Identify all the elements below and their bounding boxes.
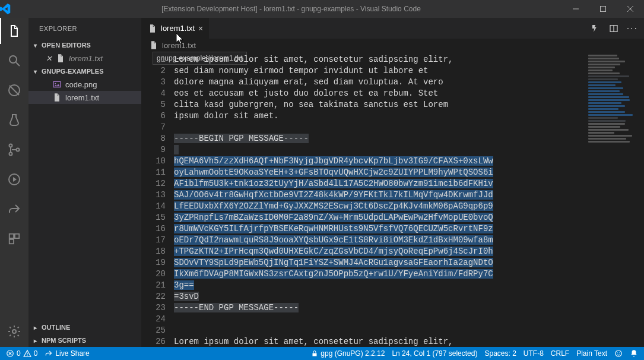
- text-file-icon: [148, 24, 157, 33]
- explorer-icon[interactable]: [0, 21, 28, 40]
- svg-point-10: [17, 149, 20, 151]
- status-bar: 0 0 Live Share gpg (GnuPG) 2.2.12 Ln 24,…: [0, 347, 644, 360]
- editor-area: lorem1.txt × ··· lorem1.txt gnupg-exampl…: [142, 18, 644, 347]
- svg-point-4: [9, 56, 17, 63]
- chevron-down-icon: ▾: [31, 42, 39, 49]
- svg-line-5: [16, 62, 20, 66]
- minimize-button[interactable]: [562, 0, 589, 18]
- svg-line-7: [9, 86, 19, 95]
- svg-rect-14: [15, 234, 19, 238]
- split-editor-icon[interactable]: [609, 24, 618, 33]
- main-area: Explorer ▾ Open Editors ✕ lorem1.txt ▾ g…: [0, 18, 644, 347]
- sidebar-title: Explorer: [28, 18, 141, 39]
- status-indentation[interactable]: Spaces: 2: [484, 349, 516, 358]
- status-cursor-position[interactable]: Ln 24, Col 1 (797 selected): [392, 349, 477, 358]
- tab-lorem1-txt[interactable]: lorem1.txt ×: [142, 18, 210, 39]
- remote-icon[interactable]: [0, 170, 28, 189]
- status-problems[interactable]: 0 0: [6, 349, 37, 358]
- chevron-right-icon: ▸: [31, 337, 39, 344]
- image-file-icon: [52, 80, 62, 89]
- extensions-icon[interactable]: [0, 229, 28, 248]
- svg-rect-15: [9, 239, 14, 244]
- search-icon[interactable]: [0, 51, 28, 70]
- minimap[interactable]: [588, 55, 636, 173]
- close-tab-icon[interactable]: ×: [198, 24, 203, 33]
- svg-point-18: [55, 83, 56, 84]
- status-encoding[interactable]: UTF-8: [524, 349, 544, 358]
- test-icon[interactable]: [0, 110, 28, 130]
- svg-point-27: [616, 350, 622, 357]
- status-live-share[interactable]: Live Share: [45, 349, 89, 358]
- svg-marker-12: [13, 177, 17, 182]
- status-gpg[interactable]: gpg (GnuPG) 2.2.12: [311, 349, 385, 358]
- more-actions-icon[interactable]: ···: [627, 23, 638, 34]
- line-number-gutter: 1234567891011121314151617181920212223242…: [142, 52, 174, 347]
- status-notifications-icon[interactable]: [630, 349, 638, 358]
- svg-point-28: [617, 352, 618, 353]
- file-item-lorem1-txt[interactable]: lorem1.txt: [28, 91, 141, 104]
- status-feedback-icon[interactable]: [614, 349, 623, 358]
- npm-scripts-header[interactable]: ▸ NPM Scripts: [28, 334, 141, 347]
- source-control-icon[interactable]: [0, 140, 28, 159]
- sidebar: Explorer ▾ Open Editors ✕ lorem1.txt ▾ g…: [28, 18, 142, 347]
- debug-icon[interactable]: [0, 81, 28, 100]
- close-button[interactable]: [617, 0, 644, 18]
- svg-point-25: [27, 355, 27, 356]
- svg-rect-26: [313, 353, 317, 356]
- svg-point-29: [619, 352, 620, 353]
- tabs-bar: lorem1.txt × ···: [142, 18, 644, 39]
- chevron-right-icon: ▸: [31, 324, 39, 331]
- text-file-icon: [149, 40, 158, 50]
- settings-gear-icon[interactable]: [0, 322, 28, 341]
- file-item-code-png[interactable]: code.png: [28, 78, 141, 91]
- svg-point-16: [12, 330, 16, 333]
- window-controls: [562, 0, 644, 18]
- close-editor-icon[interactable]: ✕: [45, 54, 52, 63]
- editor-body[interactable]: 1234567891011121314151617181920212223242…: [142, 52, 644, 347]
- text-file-icon: [52, 93, 62, 102]
- open-editors-header[interactable]: ▾ Open Editors: [28, 39, 141, 52]
- chevron-down-icon: ▾: [31, 68, 39, 75]
- code-content[interactable]: Lorem ipsum dolor sit amet, consetetur s…: [174, 52, 644, 347]
- outline-header[interactable]: ▸ Outline: [28, 321, 141, 334]
- file-icon: [56, 53, 65, 63]
- title-bar: [Extension Development Host] - lorem1.tx…: [0, 0, 644, 18]
- svg-rect-13: [9, 234, 14, 238]
- live-share-icon[interactable]: [0, 200, 28, 219]
- status-language[interactable]: Plain Text: [576, 349, 607, 358]
- maximize-button[interactable]: [589, 0, 617, 18]
- activity-bar: [0, 18, 28, 347]
- status-eol[interactable]: CRLF: [551, 349, 569, 358]
- open-editor-item[interactable]: ✕ lorem1.txt: [28, 52, 141, 65]
- svg-rect-1: [601, 7, 606, 12]
- breadcrumb[interactable]: lorem1.txt gnupg-examples\lorem1.txt: [142, 39, 644, 52]
- svg-point-9: [9, 153, 12, 156]
- svg-point-8: [9, 144, 12, 147]
- workspace-header[interactable]: ▾ gnupg-examples: [28, 65, 141, 78]
- vscode-icon: [0, 4, 20, 14]
- window-title: [Extension Development Host] - lorem1.tx…: [20, 5, 562, 13]
- compare-icon[interactable]: [591, 24, 601, 33]
